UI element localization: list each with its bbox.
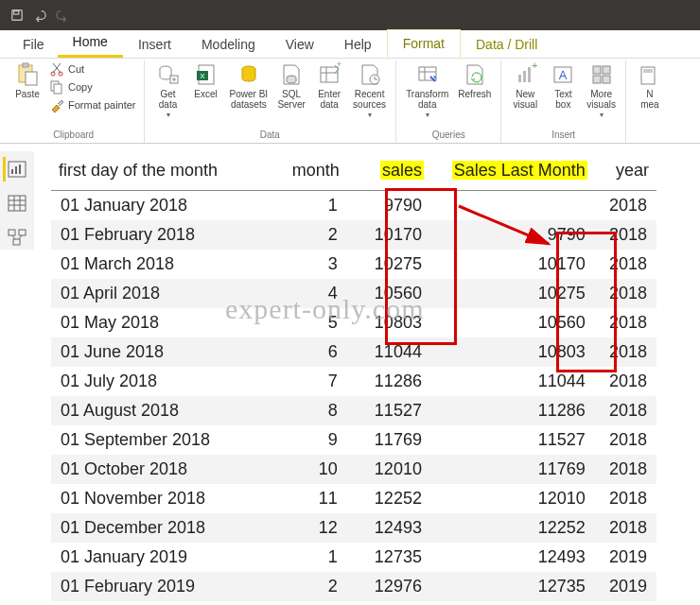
text-box-label: Text box — [554, 89, 571, 110]
table-row[interactable]: 01 December 20181212493122522018 — [51, 513, 656, 543]
cell-c1: 01 December 2018 — [51, 513, 277, 543]
group-label-clipboard: Clipboard — [53, 128, 94, 143]
new-measure-label: N mea — [640, 89, 658, 110]
table-row[interactable]: 01 March 2018310275101702018 — [51, 250, 656, 279]
tab-modeling[interactable]: Modeling — [186, 31, 271, 58]
transform-data-label: Transform data — [406, 89, 448, 110]
new-visual-button[interactable]: + New visual — [507, 60, 543, 112]
recent-sources-label: Recent sources — [353, 89, 386, 110]
cell-c5: 2018 — [595, 367, 656, 396]
refresh-button[interactable]: Refresh — [454, 60, 495, 101]
cell-c1: 01 February 2019 — [51, 572, 277, 601]
paste-button[interactable]: Paste — [9, 60, 45, 101]
svg-rect-33 — [11, 169, 13, 174]
col-header-year[interactable]: year — [595, 155, 656, 191]
group-data: Get data ▾ X Excel Power BI datasets SQL… — [145, 60, 397, 143]
cell-c4: 11769 — [431, 455, 595, 484]
new-visual-icon: + — [513, 62, 537, 87]
cell-c3: 10275 — [347, 250, 431, 279]
excel-button[interactable]: X Excel — [188, 60, 224, 101]
file-tab[interactable]: File — [9, 31, 58, 58]
table-row[interactable]: 01 September 2018911769115272018 — [51, 425, 656, 455]
cell-c1: 01 March 2018 — [51, 250, 277, 279]
paste-label: Paste — [15, 89, 40, 99]
table-row[interactable]: 01 January 2019112735124932019 — [51, 543, 656, 572]
cell-c3: 12735 — [347, 543, 431, 572]
cell-c4: 12735 — [431, 572, 595, 601]
recent-sources-button[interactable]: Recent sources ▾ — [349, 60, 390, 122]
tab-format[interactable]: Format — [387, 29, 461, 58]
transform-data-button[interactable]: Transform data ▾ — [402, 60, 452, 122]
cut-icon — [49, 61, 64, 77]
text-box-button[interactable]: A Text box — [545, 60, 581, 112]
enter-data-icon: + — [317, 62, 341, 87]
svg-rect-26 — [593, 66, 601, 74]
report-view-button[interactable] — [3, 157, 29, 182]
table-row[interactable]: 01 February 2019212976127352019 — [51, 572, 656, 601]
chevron-down-icon: ▾ — [166, 110, 170, 120]
data-table[interactable]: first day of the month month sales Sales… — [51, 155, 656, 601]
cell-c5: 2018 — [595, 279, 656, 308]
sql-server-button[interactable]: SQL Server — [273, 60, 309, 112]
table-row[interactable]: 01 October 20181012010117692018 — [51, 455, 656, 484]
svg-text:+: + — [337, 60, 341, 69]
enter-data-button[interactable]: + Enter data — [311, 60, 347, 112]
model-view-button[interactable] — [4, 225, 30, 250]
chevron-down-icon: ▾ — [368, 110, 372, 120]
cell-c5: 2018 — [595, 396, 656, 425]
tab-insert[interactable]: Insert — [123, 31, 186, 58]
data-view-button[interactable] — [4, 191, 30, 216]
col-header-month[interactable]: month — [277, 155, 347, 191]
cut-button[interactable]: Cut — [47, 60, 138, 78]
svg-text:+: + — [532, 60, 537, 71]
cut-label: Cut — [68, 63, 84, 75]
table-row[interactable]: 01 November 20181112252120102018 — [51, 484, 656, 513]
refresh-icon — [463, 62, 487, 87]
cell-c3: 12976 — [347, 572, 431, 601]
cell-c5: 2018 — [595, 513, 656, 543]
cell-c2: 11 — [277, 484, 347, 513]
get-data-label: Get data — [159, 89, 177, 110]
group-label-insert: Insert — [551, 128, 575, 143]
table-row[interactable]: 01 February 201821017097902018 — [51, 220, 656, 250]
col-header-sales-last-month[interactable]: Sales Last Month — [431, 155, 595, 191]
get-data-button[interactable]: Get data ▾ — [150, 60, 186, 122]
table-row[interactable]: 01 June 2018611044108032018 — [51, 337, 656, 367]
ribbon-tabs: File Home Insert Modeling View Help Form… — [0, 30, 700, 59]
cell-c1: 01 January 2019 — [51, 543, 277, 572]
save-icon[interactable] — [6, 4, 28, 26]
tab-view[interactable]: View — [271, 31, 329, 58]
format-painter-button[interactable]: Format painter — [47, 96, 138, 113]
table-row[interactable]: 01 July 2018711286110442018 — [51, 367, 656, 396]
sql-server-icon — [279, 62, 304, 87]
col-header-date[interactable]: first day of the month — [51, 155, 277, 191]
copy-icon — [49, 79, 64, 95]
copy-button[interactable]: Copy — [47, 78, 138, 95]
more-visuals-button[interactable]: More visuals ▾ — [583, 60, 620, 122]
cell-c4: 10803 — [431, 337, 595, 367]
recent-sources-icon — [358, 62, 382, 87]
undo-icon[interactable] — [28, 4, 51, 26]
svg-rect-1 — [14, 11, 19, 15]
group-insert: + New visual A Text box More visuals ▾ I… — [501, 60, 626, 143]
cell-c1: 01 October 2018 — [51, 455, 277, 484]
new-measure-button[interactable]: N mea — [632, 60, 668, 112]
table-row[interactable]: 01 August 2018811527112862018 — [51, 396, 656, 425]
cell-c2: 12 — [277, 513, 347, 543]
tab-home[interactable]: Home — [58, 28, 123, 58]
cell-c5: 2018 — [595, 308, 656, 337]
tab-data-drill[interactable]: Data / Drill — [461, 31, 552, 58]
col-header-sales[interactable]: sales — [347, 155, 431, 191]
excel-icon: X — [194, 62, 219, 87]
svg-rect-38 — [19, 230, 26, 235]
cell-c5: 2018 — [595, 220, 656, 250]
svg-rect-20 — [518, 75, 521, 82]
chevron-down-icon: ▾ — [600, 110, 604, 120]
pbi-datasets-button[interactable]: Power BI datasets — [226, 60, 272, 112]
cell-c4: 10560 — [431, 308, 595, 337]
tab-help[interactable]: Help — [329, 31, 387, 58]
table-row[interactable]: 01 January 2018197902018 — [51, 191, 656, 221]
cell-c3: 11044 — [347, 337, 431, 367]
new-visual-label: New visual — [514, 89, 538, 110]
redo-icon[interactable] — [51, 4, 74, 26]
